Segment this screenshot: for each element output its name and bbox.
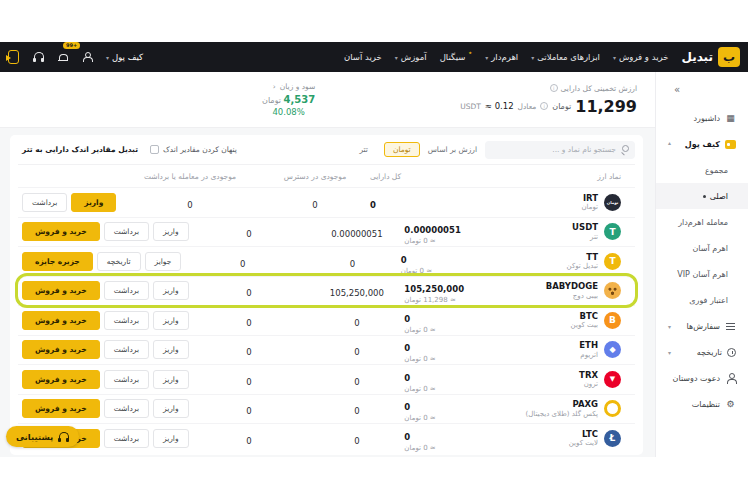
available-balance: 0 [354, 318, 359, 328]
withdraw-button[interactable]: برداشت [104, 281, 149, 300]
support-button[interactable]: پشتیبانی [6, 426, 79, 447]
convert-small-to-tether-button[interactable]: تبدیل مقادیر اندک دارایی به تتر [18, 143, 142, 156]
notifications-button[interactable]: 99+ [58, 48, 68, 67]
tether-toggle[interactable]: تتر [351, 143, 376, 156]
wallet-menu[interactable]: کیف پول ▾ [106, 52, 143, 62]
withdraw-button[interactable]: برداشت [104, 399, 149, 418]
coin-name: لایت کوین [569, 439, 598, 448]
coin-symbol: TRX [579, 370, 598, 381]
summary-band: ارزش تخمینی کل دارایی i 11,299 تومان i م… [0, 72, 655, 128]
deposit-button[interactable]: واریز [153, 429, 189, 448]
sidebar-subitem[interactable]: اصلی [656, 183, 748, 209]
nav-item[interactable]: ٭ سیگنال ▾ [440, 52, 473, 62]
header-in-order: موجودی در معامله یا برداشت [120, 172, 260, 181]
nav-menu: ٭ خرید و فروش ▾ ٭ ابزارهای معاملاتی ▾ ٭ … [344, 52, 668, 62]
withdraw-button[interactable]: برداشت [104, 370, 149, 389]
nav-item[interactable]: ٭ اهرم‌دار ▾ [485, 52, 518, 62]
sidebar-subitem[interactable]: اهرم آسان [656, 235, 748, 261]
chevron-down-icon: ▾ [395, 54, 398, 61]
sidebar-subitem[interactable]: معامله اهرم‌دار [656, 209, 748, 235]
total-balance: 0 [404, 373, 410, 383]
history-button[interactable]: تاریخچه [97, 252, 141, 271]
nav-item[interactable]: ٭ خرید و فروش ▾ [613, 52, 669, 62]
chevron-icon: ▾ [668, 323, 671, 330]
grid-icon: ▦ [725, 113, 736, 124]
deposit-button[interactable]: واریز [71, 193, 116, 212]
sidebar-subitem[interactable]: اعتبار فوری [656, 287, 748, 313]
deposit-button[interactable]: واریز [153, 222, 189, 241]
info-icon[interactable]: i [550, 84, 558, 92]
total-balance-toman: ≈ 0 تومان [404, 385, 495, 393]
nav-item[interactable]: ٭ آموزش ▾ [395, 52, 427, 62]
main-navbar: ب تبدیل ٭ خرید و فروش ▾ ٭ ابزارهای معامل… [0, 42, 748, 72]
chevron-down-icon: ▾ [485, 54, 488, 61]
deposit-button[interactable]: واریز [153, 311, 189, 330]
search-input[interactable] [491, 145, 616, 154]
row-actions: واریزبرداشتخرید و فروش [18, 370, 189, 389]
coin-icon: ▼ [604, 371, 621, 388]
toman-toggle[interactable]: تومان [384, 142, 420, 157]
trade-button[interactable]: خرید و فروش [22, 370, 100, 389]
prize-island-button[interactable]: جزیره جایزه [22, 252, 93, 271]
deposit-button[interactable]: واریز [153, 281, 189, 300]
withdraw-button[interactable]: برداشت [22, 193, 67, 212]
orders-icon [725, 321, 736, 332]
in-order-balance: 0 [246, 377, 251, 387]
nav-item[interactable]: ٭ خرید آسان ▾ [344, 52, 382, 62]
app-download-icon[interactable] [8, 50, 19, 64]
sidebar-collapse-button[interactable]: » [656, 80, 748, 105]
hide-small-checkbox[interactable] [150, 145, 159, 154]
equiv-label: معادل [518, 102, 537, 111]
trade-button[interactable]: خرید و فروش [22, 399, 100, 418]
navbar-right-group: ب تبدیل ٭ خرید و فروش ▾ ٭ ابزارهای معامل… [344, 47, 740, 67]
value-basis-label: ارزش بر اساس [428, 145, 477, 154]
brand[interactable]: ب تبدیل [681, 47, 740, 67]
sidebar-subitem[interactable]: اهرم آسان VIP [656, 261, 748, 287]
babydoge-icon [604, 282, 621, 299]
sidebar-item-history[interactable]: تاریخچه ▾ [656, 339, 748, 365]
withdraw-button[interactable]: برداشت [104, 311, 149, 330]
trade-button[interactable]: خرید و فروش [22, 340, 100, 359]
withdraw-button[interactable]: برداشت [104, 429, 149, 448]
deposit-button[interactable]: واریز [153, 399, 189, 418]
chevron-down-icon: ▾ [106, 54, 109, 61]
info-icon[interactable]: i [540, 102, 548, 110]
coin-symbol: PAXG [526, 399, 598, 410]
asset-row-btc: B BTC بیت کوین 0 ≈ 0 تومان 0 0 واریزبردا… [18, 305, 635, 335]
rewards-button[interactable]: جوایز [145, 252, 182, 271]
support-headset-icon[interactable] [33, 52, 44, 62]
withdraw-button[interactable]: برداشت [104, 340, 149, 359]
total-balance-toman: ≈ 0 تومان [404, 414, 495, 422]
coin-name: ترون [579, 380, 598, 389]
sidebar-item-grid[interactable]: ▦ داشبورد ▾ [656, 105, 748, 131]
total-balance-toman: ≈ 0 تومان [404, 444, 495, 452]
deposit-button[interactable]: واریز [153, 340, 189, 359]
nav-item[interactable]: ٭ ابزارهای معاملاتی ▾ [531, 52, 600, 62]
header-coin: نماد ارز [475, 172, 635, 181]
trade-button[interactable]: خرید و فروش [22, 222, 100, 241]
profile-icon[interactable] [82, 52, 92, 62]
active-dot [703, 195, 706, 198]
deposit-button[interactable]: واریز [153, 370, 189, 389]
total-balance-toman: ≈ 0 تومان [404, 326, 495, 334]
asset-row-ltc: Ł LTC لایت کوین 0 ≈ 0 تومان 0 0 واریزبرد… [18, 423, 635, 453]
trade-button[interactable]: خرید و فروش [22, 311, 100, 330]
available-balance: 0 [350, 259, 355, 269]
pnl-block[interactable]: سود و زیان ‹ 4,537 تومان 40.08% [262, 82, 315, 117]
wallet-icon [725, 140, 736, 149]
assets-card: ارزش بر اساس تومان تتر پنهان کردن مقادیر… [10, 135, 643, 455]
hide-small-balances-toggle[interactable]: پنهان کردن مقادیر اندک [150, 145, 237, 154]
coin-icon: Ł [604, 430, 621, 447]
sidebar-item-invite[interactable]: دعوت دوستان ▾ [656, 365, 748, 391]
sidebar-subitem[interactable]: مجموع [656, 157, 748, 183]
sidebar-item-orders[interactable]: سفارش‌ها ▾ [656, 313, 748, 339]
sidebar-item-gear[interactable]: ⚙ تنظیمات ▾ [656, 391, 748, 417]
row-actions: واریزبرداشتخرید و فروش [18, 222, 189, 241]
equiv-unit: USDT [460, 102, 481, 111]
trade-button[interactable]: خرید و فروش [22, 281, 100, 300]
sidebar-item-wallet[interactable]: کیف پول ▾ [656, 131, 748, 157]
coin-name: پکس گلد (طلای دیجیتال) [526, 410, 598, 419]
coin-symbol: TT [567, 252, 598, 263]
withdraw-button[interactable]: برداشت [104, 222, 149, 241]
total-balance: 0 [370, 200, 376, 210]
